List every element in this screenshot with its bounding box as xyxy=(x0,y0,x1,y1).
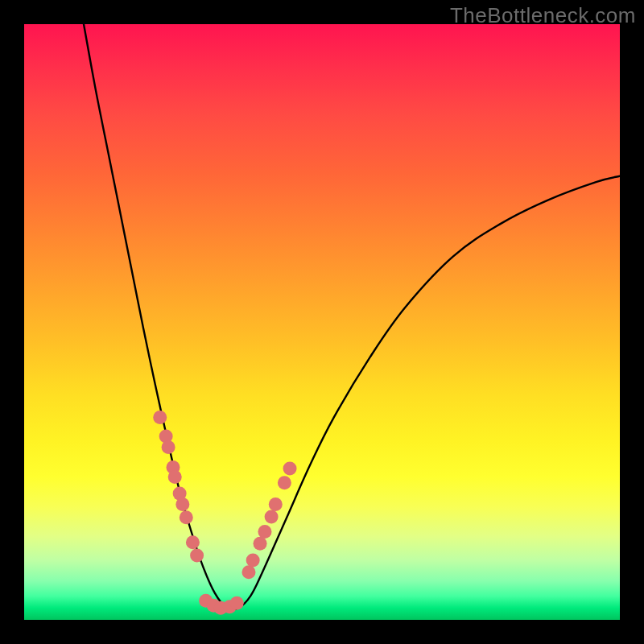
chart-frame: TheBottleneck.com xyxy=(0,0,644,644)
plot-area xyxy=(24,24,620,620)
background-gradient xyxy=(24,24,620,620)
watermark-text: TheBottleneck.com xyxy=(450,3,636,28)
